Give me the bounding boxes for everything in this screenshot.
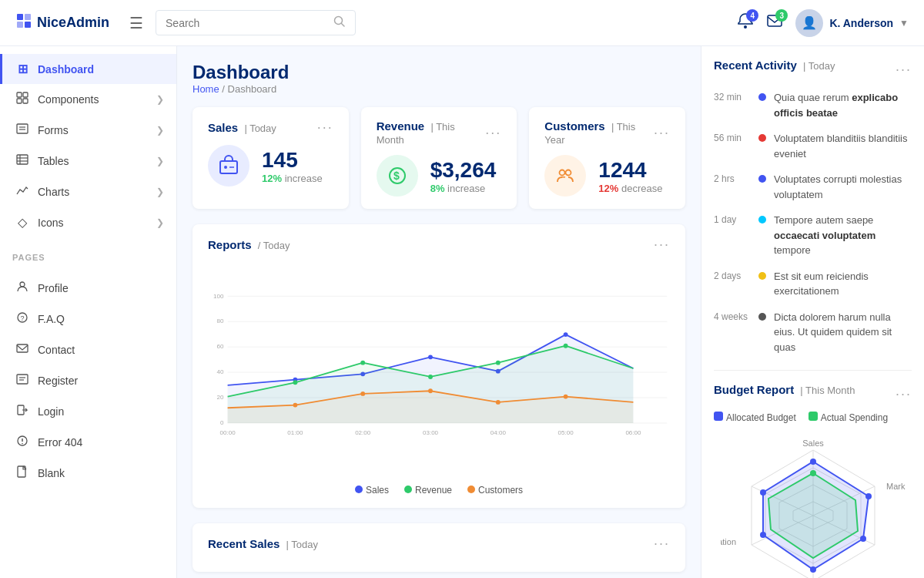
chevron-down-icon: ▼	[899, 18, 909, 29]
sidebar-item-label: Blank	[38, 467, 65, 479]
svg-point-63	[564, 332, 568, 337]
activity-text: Tempore autem saepe occaecati voluptatem…	[774, 213, 912, 258]
breadcrumb-home[interactable]: Home	[192, 83, 219, 95]
sidebar-item-blank[interactable]: Blank	[0, 458, 176, 489]
components-icon	[15, 92, 30, 107]
sales-card-values: 145 12% increase	[262, 148, 323, 184]
budget-title: Budget Report | This Month	[714, 383, 855, 396]
sidebar-item-icons[interactable]: ◇ Icons ❯	[0, 207, 176, 237]
reports-chart-title: Reports / Today	[208, 238, 290, 251]
sidebar-item-label: Forms	[38, 124, 69, 136]
register-icon	[15, 373, 30, 388]
pages-section-title: PAGES	[0, 245, 176, 265]
activity-text: Dicta dolorem harum nulla eius. Ut quide…	[774, 310, 912, 355]
pages-menu: Profile ? F.A.Q Contact	[0, 265, 176, 496]
customers-card-header: Customers | This Year ···	[544, 119, 670, 146]
reports-chart-menu[interactable]: ···	[654, 237, 670, 253]
sidebar-item-label: Charts	[38, 186, 69, 198]
chevron-icon: ❯	[156, 217, 164, 228]
recent-sales-title: Recent Sales | Today	[208, 537, 318, 550]
activity-text: Quia quae rerum explicabo officis beatae	[774, 90, 912, 120]
sidebar-item-charts[interactable]: Charts ❯	[0, 176, 176, 207]
recent-sales-menu[interactable]: ···	[654, 536, 670, 552]
customers-card-menu[interactable]: ···	[654, 125, 670, 141]
sales-card: Sales | Today ···	[192, 107, 349, 209]
revenue-card: Revenue | This Month ··· $	[361, 107, 517, 209]
customers-pct: 12%	[598, 183, 618, 194]
activity-menu[interactable]: ···	[896, 62, 912, 78]
budget-section: Budget Report | This Month ··· Allocated…	[714, 383, 912, 578]
svg-point-73	[428, 388, 433, 393]
search-icon	[333, 15, 346, 30]
revenue-card-menu[interactable]: ···	[485, 125, 501, 141]
avatar: 👤	[795, 9, 823, 37]
budget-legend-allocated: Allocated Budget	[714, 412, 796, 423]
forms-icon	[15, 123, 30, 138]
budget-menu[interactable]: ···	[896, 386, 912, 402]
budget-legend-actual: Actual Spending	[808, 412, 888, 423]
sidebar-item-label: Error 404	[38, 436, 82, 449]
sales-card-menu[interactable]: ···	[317, 119, 333, 136]
recent-sales-card: Recent Sales | Today ···	[192, 523, 685, 572]
sidebar-item-error404[interactable]: Error 404	[0, 427, 176, 458]
messages-button[interactable]: 3	[766, 12, 783, 33]
svg-point-19	[20, 282, 25, 287]
svg-point-68	[496, 361, 500, 365]
logo[interactable]: NiceAdmin	[15, 12, 109, 34]
activity-time: 1 day	[714, 213, 751, 225]
sidebar-item-register[interactable]: Register	[0, 365, 176, 396]
svg-point-72	[360, 391, 365, 396]
reports-chart-area: 100 80 60 40 20 0 00:00	[208, 260, 670, 496]
svg-point-86	[865, 493, 872, 499]
svg-point-6	[744, 25, 747, 29]
budget-legend: Allocated Budget Actual Spending	[714, 412, 912, 423]
sales-card-header: Sales | Today ···	[208, 119, 333, 136]
reports-chart-header: Reports / Today ···	[208, 237, 670, 253]
svg-text:06:00: 06:00	[625, 429, 641, 436]
search-box	[156, 10, 356, 35]
faq-icon: ?	[15, 311, 30, 327]
svg-point-66	[360, 361, 365, 365]
notifications-button[interactable]: 4	[737, 12, 754, 33]
svg-point-89	[760, 532, 766, 538]
activity-text: Voluptates corrupti molestias voluptatem	[774, 172, 912, 202]
cards-row: Sales | Today ···	[192, 107, 685, 209]
activity-time: 2 days	[714, 269, 751, 281]
activity-item: 1 day Tempore autem saepe occaecati volu…	[714, 213, 912, 258]
revenue-pct: 8%	[430, 183, 445, 194]
svg-rect-3	[25, 22, 31, 28]
dashboard-icon: ⊞	[15, 62, 30, 76]
user-menu[interactable]: 👤 K. Anderson ▼	[795, 9, 909, 37]
customers-value: 1244	[598, 158, 662, 183]
svg-text:40: 40	[217, 368, 224, 375]
hamburger-button[interactable]: ☰	[129, 14, 143, 32]
sidebar-item-contact[interactable]: Contact	[0, 334, 176, 365]
chart-legend: Sales Revenue Customers	[208, 485, 670, 496]
revenue-card-title: Revenue | This Month	[377, 119, 486, 146]
breadcrumb: Home / Dashboard	[192, 83, 685, 95]
right-panel: Recent Activity | Today ··· 32 min Quia …	[701, 46, 924, 578]
sidebar-item-faq[interactable]: ? F.A.Q	[0, 304, 176, 334]
sidebar-item-login[interactable]: Login	[0, 396, 176, 427]
sidebar-item-dashboard[interactable]: ⊞ Dashboard	[0, 54, 176, 84]
sidebar-item-components[interactable]: Components ❯	[0, 84, 176, 115]
customers-trend: 12% decrease	[598, 183, 662, 194]
activity-item: 32 min Quia quae rerum explicabo officis…	[714, 90, 912, 120]
hamburger-icon: ☰	[129, 15, 143, 32]
search-input[interactable]	[166, 17, 327, 29]
customers-card-body: 1244 12% decrease	[544, 155, 670, 197]
customers-card: Customers | This Year ···	[529, 107, 685, 209]
sidebar-item-tables[interactable]: Tables ❯	[0, 146, 176, 176]
svg-point-33	[224, 166, 227, 169]
sidebar-item-label: Icons	[38, 217, 63, 229]
svg-text:Sales: Sales	[802, 439, 824, 448]
sidebar-item-profile[interactable]: Profile	[0, 273, 176, 304]
user-name: K. Anderson	[829, 17, 893, 29]
header: NiceAdmin ☰ 4	[0, 0, 924, 46]
customers-card-icon	[544, 155, 586, 197]
svg-text:01:00: 01:00	[287, 429, 303, 436]
legend-sales: Sales	[355, 485, 389, 496]
sidebar-item-forms[interactable]: Forms ❯	[0, 115, 176, 146]
body: ⊞ Dashboard Components ❯ Forms ❯	[0, 46, 924, 578]
activity-item: 4 weeks Dicta dolorem harum nulla eius. …	[714, 310, 912, 355]
